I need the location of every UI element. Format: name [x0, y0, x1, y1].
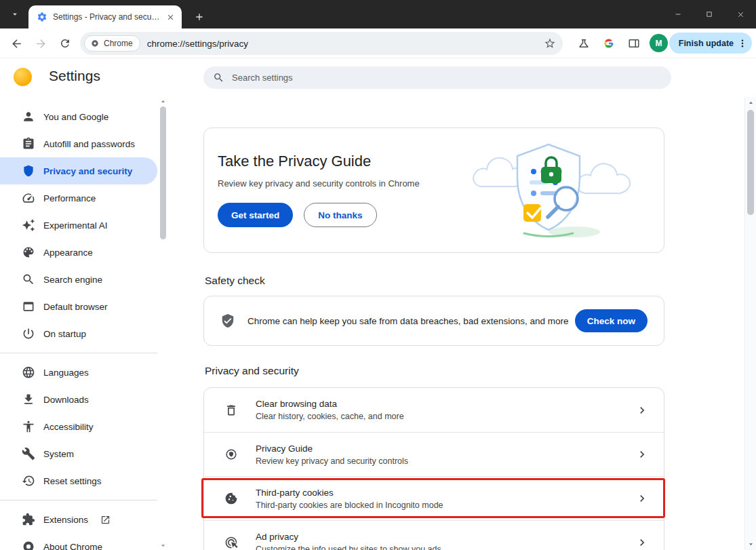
google-g-icon — [603, 37, 615, 50]
settings-header: Settings — [0, 58, 756, 97]
close-icon — [166, 13, 175, 22]
maximize-icon — [705, 10, 713, 18]
no-thanks-button[interactable]: No thanks — [304, 203, 376, 227]
finish-update-button[interactable]: Finish update — [669, 33, 752, 54]
search-engine-icon — [22, 273, 35, 286]
forward-button[interactable] — [28, 31, 53, 56]
privacy-guide-illustration — [471, 136, 654, 239]
scroll-down-icon[interactable] — [747, 541, 755, 548]
minimize-icon — [674, 10, 682, 18]
page-scrollbar[interactable] — [744, 97, 756, 550]
sidebar-item-languages[interactable]: Languages — [0, 359, 157, 386]
sidebar-item-you-and-google[interactable]: You and Google — [0, 103, 157, 130]
labs-button[interactable] — [572, 31, 596, 56]
chevron-right-icon — [635, 404, 649, 417]
sidebar-item-accessibility[interactable]: Accessibility — [0, 413, 157, 440]
url-text[interactable]: chrome://settings/privacy — [147, 39, 544, 49]
close-window-button[interactable] — [725, 0, 756, 28]
sidebar-item-default-browser[interactable]: Default browser — [0, 293, 157, 320]
chevron-down-icon — [10, 9, 20, 19]
settings-sidebar: You and Google Autofill and passwords Pr… — [0, 97, 157, 550]
safety-check-text: Chrome can help keep you safe from data … — [247, 316, 575, 326]
address-bar[interactable]: Chrome chrome://settings/privacy — [80, 32, 563, 55]
privacy-guide-row[interactable]: Privacy Guide Review key privacy and sec… — [204, 432, 664, 476]
check-now-button[interactable]: Check now — [575, 309, 648, 332]
chip-label: Chrome — [104, 39, 133, 48]
reset-icon — [22, 474, 35, 488]
tab-search-button[interactable] — [5, 5, 24, 24]
performance-icon — [22, 191, 35, 205]
accessibility-icon — [22, 420, 35, 433]
chrome-site-chip[interactable]: Chrome — [84, 35, 140, 52]
system-icon — [22, 447, 35, 460]
settings-search-input[interactable] — [231, 72, 662, 83]
sidebar-item-privacy-and-security[interactable]: Privacy and security — [0, 157, 157, 184]
scroll-up-icon[interactable] — [159, 98, 167, 105]
back-button[interactable] — [4, 31, 28, 56]
get-started-button[interactable]: Get started — [218, 203, 293, 227]
page-title: Settings — [49, 68, 100, 84]
window-controls — [662, 0, 756, 28]
sidebar-item-performance[interactable]: Performance — [0, 184, 157, 212]
chrome-ring-icon — [90, 39, 100, 48]
default-browser-icon — [22, 300, 35, 313]
privacy-shield-icon — [22, 164, 35, 178]
sidebar-item-extensions[interactable]: Extensions — [0, 506, 157, 533]
extensions-icon — [22, 513, 35, 526]
chevron-right-icon — [635, 536, 649, 549]
page-scrollbar-thumb[interactable] — [747, 110, 754, 215]
sidebar-divider — [0, 500, 157, 500]
maximize-button[interactable] — [694, 0, 725, 28]
sidebar-item-appearance[interactable]: Appearance — [0, 239, 157, 266]
ad-privacy-row[interactable]: Ad privacy Customize the info used by si… — [204, 520, 664, 550]
safety-check-card: Chrome can help keep you safe from data … — [203, 296, 664, 346]
sidebar-item-on-startup[interactable]: On startup — [0, 320, 157, 347]
browser-tab[interactable]: Settings - Privacy and security — [28, 5, 182, 28]
search-icon — [213, 72, 224, 83]
safety-shield-check-icon — [220, 313, 235, 328]
bookmark-star-icon[interactable] — [544, 37, 556, 50]
settings-search[interactable] — [203, 66, 671, 89]
clear-browsing-data-row[interactable]: Clear browsing data Clear history, cooki… — [204, 388, 664, 432]
sidebar-scrollbar-thumb[interactable] — [160, 106, 166, 239]
chevron-right-icon — [635, 448, 649, 461]
sidebar-item-experimental-ai[interactable]: Experimental AI — [0, 212, 157, 239]
person-icon — [22, 110, 35, 123]
cookie-icon — [224, 492, 238, 505]
privacy-guide-icon — [224, 448, 238, 461]
sidebar-item-downloads[interactable]: Downloads — [0, 386, 157, 413]
menu-dots-icon — [737, 38, 748, 49]
external-link-icon — [100, 515, 111, 525]
side-panel-icon — [628, 37, 640, 50]
browser-window: Settings - Privacy and security — [0, 0, 756, 550]
appearance-icon — [22, 245, 35, 259]
sidebar-item-autofill[interactable]: Autofill and passwords — [0, 130, 157, 157]
privacy-guide-card: Take the Privacy Guide Review key privac… — [203, 127, 664, 253]
side-panel-button[interactable] — [622, 31, 646, 56]
sidebar-item-search-engine[interactable]: Search engine — [0, 266, 157, 293]
minimize-button[interactable] — [662, 0, 694, 28]
tab-title: Settings - Privacy and security — [53, 12, 160, 22]
languages-icon — [22, 366, 35, 379]
third-party-cookies-row[interactable]: Third-party cookies Third-party cookies … — [204, 476, 664, 520]
tab-close-button[interactable] — [164, 11, 176, 23]
new-tab-button[interactable] — [191, 8, 208, 26]
profile-avatar[interactable]: M — [650, 34, 668, 52]
plus-icon — [194, 12, 205, 22]
sidebar-item-about-chrome[interactable]: About Chrome — [0, 533, 157, 550]
sidebar-item-system[interactable]: System — [0, 440, 157, 467]
privacy-security-heading: Privacy and security — [205, 365, 299, 377]
settings-gear-favicon-icon — [37, 12, 47, 22]
scroll-down-icon[interactable] — [159, 542, 167, 549]
scroll-up-icon[interactable] — [747, 99, 755, 106]
finish-update-label: Finish update — [679, 39, 734, 48]
reload-button[interactable] — [53, 31, 77, 56]
sidebar-divider — [0, 353, 157, 353]
sidebar-scrollbar[interactable] — [159, 97, 167, 550]
google-button[interactable] — [597, 31, 621, 56]
privacy-security-card: Clear browsing data Clear history, cooki… — [203, 387, 664, 550]
close-icon — [736, 10, 745, 19]
sidebar-item-reset-settings[interactable]: Reset settings — [0, 467, 157, 494]
ad-privacy-icon — [224, 536, 238, 549]
about-chrome-icon — [22, 540, 35, 550]
